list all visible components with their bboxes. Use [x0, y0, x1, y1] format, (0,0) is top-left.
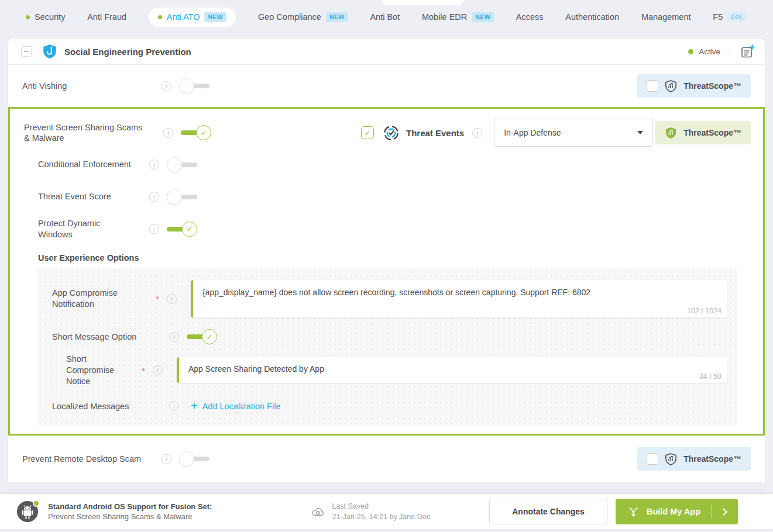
screen-sharing-highlighted-section: Prevent Screen Sharing Scams & Malware T…	[8, 107, 765, 436]
localized-messages-row: Localized Messages + Add Localization Fi…	[52, 401, 727, 412]
plus-icon: +	[191, 400, 198, 412]
tab-label: Mobile EDR	[422, 12, 467, 22]
add-localization-file-link[interactable]: + Add Localization File	[191, 401, 281, 412]
anti-vishing-toggle[interactable]	[179, 78, 209, 94]
top-notch	[382, 0, 463, 5]
tab-label: Geo Compliance	[258, 12, 321, 22]
tab-management[interactable]: Management	[641, 12, 691, 22]
info-icon[interactable]	[162, 81, 171, 91]
short-compromise-notice-row: Short Compromise Notice * App Screen Sha…	[52, 354, 727, 387]
fusion-set-title: Standard Android OS Support for Fusion S…	[48, 502, 212, 511]
info-icon[interactable]	[149, 192, 159, 202]
status-text: Active	[699, 47, 720, 56]
tab-anti-ato[interactable]: Anti ATO NEW	[149, 8, 236, 27]
build-my-app-label: Build My App	[647, 507, 700, 516]
cloud-history-icon	[311, 505, 325, 519]
app-compromise-textarea[interactable]: {app_display_name} does not allow screen…	[191, 280, 727, 317]
protect-dynamic-windows-label: Protect Dynamic Windows	[10, 218, 132, 239]
info-icon[interactable]	[167, 294, 177, 304]
protect-dynamic-windows-toggle[interactable]	[167, 222, 197, 237]
tab-label: Access	[516, 12, 544, 22]
social-engineering-shield-icon	[42, 44, 57, 59]
fusion-build-icon	[627, 506, 640, 518]
card-header: Social Engineering Prevention Active	[8, 39, 765, 65]
threat-event-score-label: Threat Event Score	[10, 191, 132, 202]
info-icon[interactable]	[169, 401, 179, 411]
threat-events-icon	[383, 125, 399, 141]
new-badge: NEW	[472, 12, 494, 22]
threatscope-label: ThreatScope™	[683, 81, 741, 91]
conditional-enforcement-toggle[interactable]	[167, 157, 197, 172]
screen-sharing-row: Prevent Screen Sharing Scams & Malware T…	[10, 112, 763, 148]
add-annotation-icon[interactable]	[740, 44, 755, 60]
threatscope-shield-icon	[664, 126, 678, 140]
tab-security[interactable]: Security	[26, 12, 65, 22]
divider	[711, 505, 712, 519]
threat-events-group: Threat Events In-App Defense	[361, 119, 653, 147]
new-badge: NEW	[204, 12, 226, 22]
fusion-set-subtitle: Prevent Screen Sharing Scams & Malware	[48, 512, 212, 521]
anti-vishing-row: Anti Vishing ThreatScope™	[8, 65, 765, 107]
tab-label: Authentication	[565, 12, 619, 22]
app-compromise-label: App Compromise Notification	[52, 288, 150, 310]
threatscope-label: ThreatScope™	[683, 128, 741, 137]
info-icon[interactable]	[163, 128, 173, 138]
threatscope-checkbox[interactable]	[647, 453, 658, 465]
user-experience-panel: App Compromise Notification * {app_displ…	[38, 268, 737, 426]
active-status-dot	[688, 49, 693, 54]
tab-f5[interactable]: F5 EOL	[713, 12, 747, 22]
short-message-option-toggle[interactable]	[187, 329, 217, 344]
required-asterisk: *	[136, 365, 150, 375]
threatscope-label: ThreatScope™	[683, 454, 741, 464]
threat-events-checkbox[interactable]	[361, 126, 374, 139]
last-saved-value: 21-Jan-25, 14:21 by Jane Doe	[332, 512, 430, 522]
tab-anti-bot[interactable]: Anti Bot	[370, 12, 400, 22]
app-compromise-notification-row: App Compromise Notification * {app_displ…	[52, 280, 727, 317]
info-icon[interactable]	[472, 128, 482, 138]
short-message-option-row: Short Message Option	[52, 329, 727, 344]
threat-event-score-row: Threat Event Score	[10, 181, 763, 213]
dropdown-selected-value: In-App Defense	[504, 128, 561, 137]
remote-desktop-threatscope-chip[interactable]: ThreatScope™	[637, 447, 751, 471]
tab-label: Security	[35, 12, 65, 22]
remote-desktop-label: Prevent Remote Desktop Scam	[8, 454, 144, 464]
app-compromise-text: {app_display_name} does not allow screen…	[202, 288, 590, 297]
screen-sharing-threatscope-chip[interactable]: ThreatScope™	[655, 121, 751, 144]
annotate-changes-button[interactable]: Annotate Changes	[489, 499, 607, 524]
threatscope-shield-icon	[664, 80, 678, 93]
card-bottom-strip	[8, 482, 765, 489]
tab-mobile-edr[interactable]: Mobile EDR NEW	[422, 12, 494, 22]
screen-sharing-toggle[interactable]	[181, 125, 211, 140]
anti-vishing-threatscope-chip[interactable]: ThreatScope™	[637, 74, 751, 98]
remote-desktop-toggle[interactable]	[179, 451, 209, 467]
info-icon[interactable]	[169, 332, 179, 342]
tab-anti-fraud[interactable]: Anti Fraud	[87, 12, 126, 22]
defense-mode-dropdown[interactable]: In-App Defense	[494, 119, 653, 147]
tab-geo-compliance[interactable]: Geo Compliance NEW	[258, 12, 348, 22]
conditional-enforcement-label: Conditional Enforcement	[10, 159, 132, 170]
chevron-down-icon	[637, 131, 643, 134]
info-icon[interactable]	[149, 160, 159, 170]
info-icon[interactable]	[162, 454, 171, 464]
char-counter: 34 / 50	[699, 372, 722, 381]
divider	[730, 46, 730, 57]
threatscope-checkbox[interactable]	[647, 80, 658, 92]
info-icon[interactable]	[153, 365, 163, 375]
collapse-section-button[interactable]	[21, 46, 32, 57]
tab-label: F5	[713, 12, 723, 22]
build-my-app-button[interactable]: Build My App	[616, 499, 738, 524]
android-platform-icon	[16, 500, 39, 523]
short-compromise-label: Short Compromise Notice	[52, 354, 136, 387]
last-saved-group: Last Saved 21-Jan-25, 14:21 by Jane Doe	[311, 501, 430, 522]
threatscope-shield-icon	[664, 452, 678, 466]
tab-label: Anti ATO	[167, 12, 200, 22]
social-engineering-prevention-card: Social Engineering Prevention Active Ant…	[8, 39, 765, 489]
info-icon[interactable]	[149, 224, 159, 234]
tab-access[interactable]: Access	[516, 12, 544, 22]
tab-authentication[interactable]: Authentication	[565, 12, 619, 22]
threat-event-score-toggle[interactable]	[167, 189, 197, 205]
short-compromise-input[interactable]: App Screen Sharing Detected by App 34 / …	[177, 357, 727, 383]
required-asterisk: *	[150, 294, 164, 304]
annotate-changes-label: Annotate Changes	[512, 507, 585, 516]
last-saved-label: Last Saved	[332, 501, 430, 512]
